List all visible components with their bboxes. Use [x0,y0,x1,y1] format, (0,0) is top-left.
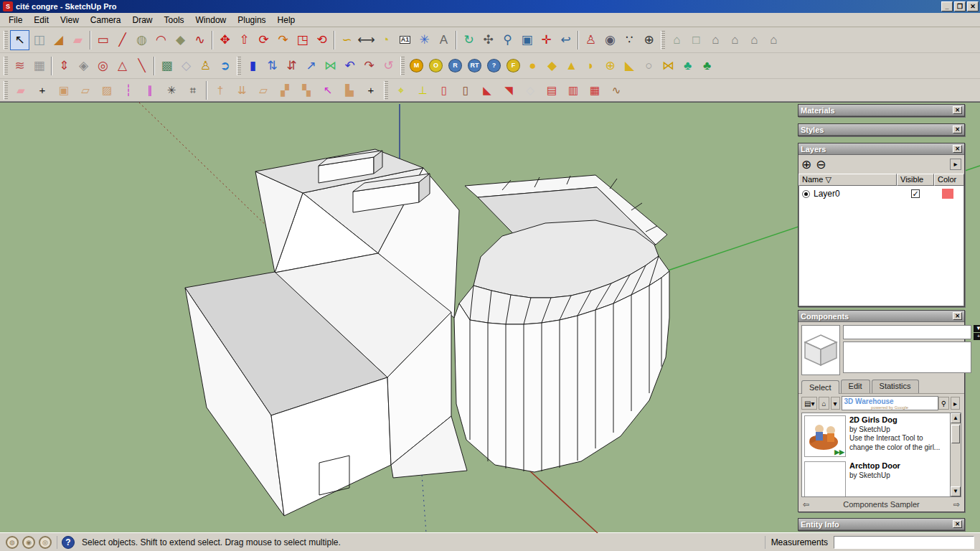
component-thumbnail[interactable]: ▶▶ [804,415,846,457]
pin-guide-icon[interactable]: † [209,81,231,100]
view-front-icon[interactable]: ⌂ [706,30,725,50]
toolbar-drag-handle[interactable] [661,31,665,50]
badge-o-tag-icon[interactable]: O [426,56,446,76]
sandbox-from-contours-icon[interactable]: ≋ [10,56,29,76]
toolbar-drag-handle[interactable] [384,81,388,100]
toggle-terrain-icon[interactable]: ◇ [176,56,196,76]
plugin-fold-protractor-icon[interactable]: ↺ [379,56,398,76]
scroll-down-icon[interactable]: ▼ [951,486,961,496]
push-pull-icon[interactable]: ⇧ [235,30,254,50]
wedge-right-icon[interactable]: ◥ [498,81,519,100]
toolbar-drag-handle[interactable] [237,57,241,75]
axes-icon[interactable]: ✳ [415,30,434,50]
menu-camera[interactable]: Camera [85,14,127,27]
component-name-field[interactable] [843,325,971,339]
component-list-item[interactable]: ▶▶2D Girls Dogby SketchUpUse the Interac… [802,413,950,459]
warehouse-search-input[interactable]: 3D Warehouse powered by Google [842,396,938,410]
add-layer-button[interactable]: ⊕ [801,159,811,171]
menu-plugins[interactable]: Plugins [232,14,271,27]
flip-edge-icon[interactable]: ╲ [132,56,151,76]
credits-status-icon[interactable]: ◉ [22,536,35,549]
scale-icon[interactable]: ◳ [293,30,312,50]
badge-r-icon[interactable]: R [446,56,465,76]
freehand-icon[interactable]: ∿ [190,30,209,50]
component-collapse-button[interactable]: ▼ [974,325,980,332]
badge-f-tag-icon[interactable]: F [504,56,523,76]
toolbar-drag-handle[interactable] [4,81,8,100]
get-current-view-icon[interactable]: ▩ [157,56,176,76]
scrollbar-thumb[interactable] [951,425,960,443]
layer-row[interactable]: Layer0✓ [799,186,963,202]
plugin-move-updown-icon[interactable]: ⇅ [263,56,282,76]
look-around-icon[interactable]: ◉ [600,30,620,50]
eraser-icon[interactable]: ▰ [68,30,88,50]
toolbar-drag-handle[interactable] [4,31,8,50]
menu-edit[interactable]: Edit [28,14,55,27]
layer-active-radio[interactable] [802,190,810,198]
guide-star-icon[interactable]: ✳ [161,81,182,100]
restore-button[interactable]: ❐ [954,1,966,11]
dome-cross-sphere-icon[interactable]: ⊕ [600,56,620,76]
pin-rows-icon[interactable]: ⇊ [231,81,253,100]
pin-vertical-icon[interactable]: ⌖ [390,81,412,100]
entity-info-title-bar[interactable]: Entity Info ✕ [798,519,964,530]
entity-info-close-icon[interactable]: ✕ [953,520,962,528]
components-close-icon[interactable]: ✕ [953,312,962,320]
view-left-icon[interactable]: ⌂ [764,30,783,50]
follow-me-icon[interactable]: ↷ [273,30,293,50]
door-panel-icon[interactable]: ▯ [455,81,476,100]
component-list-item[interactable]: Archtop Doorby SketchUp [802,459,950,496]
pull-box-icon[interactable]: ↖ [317,81,339,100]
minimize-button[interactable]: _ [941,1,953,11]
plugin-move-downup-icon[interactable]: ⇵ [282,56,301,76]
menu-draw[interactable]: Draw [127,14,159,27]
home-button[interactable]: ⌂ [819,397,829,410]
footer-next-icon[interactable]: ⇨ [953,500,960,509]
orbit-icon[interactable]: ↻ [459,30,479,50]
protractor-icon[interactable]: ◔ [376,30,395,50]
tab-statistics[interactable]: Statistics [872,380,919,393]
tree-folder-export-icon[interactable]: ♣ [697,56,717,76]
view-back-icon[interactable]: ⌂ [745,30,764,50]
menu-help[interactable]: Help [272,14,301,27]
close-button[interactable]: ✕ [967,1,979,11]
details-arrow-icon[interactable]: ▸ [951,397,960,410]
guide-plane-icon[interactable]: ▱ [75,81,96,100]
box-mid-red-icon[interactable]: ▥ [562,81,584,100]
styles-close-icon[interactable]: ✕ [953,126,962,133]
text-icon[interactable]: A1 [395,30,415,50]
ramp-icon[interactable]: ▚ [296,81,317,100]
plugin-bend-right-icon[interactable]: ↷ [359,56,379,76]
box-stack-red-icon[interactable]: ▦ [584,81,606,100]
plugin-panel-icon[interactable]: ▮ [243,56,263,76]
view-right-icon[interactable]: ⌂ [725,30,745,50]
rotate-icon[interactable]: ⟳ [254,30,273,50]
circle-icon[interactable]: ◍ [132,30,151,50]
materials-close-icon[interactable]: ✕ [953,106,962,114]
layers-column-name[interactable]: Name ▽ [798,174,897,186]
badge-m-icon[interactable]: M [407,56,426,76]
tree-folder-import-icon[interactable]: ♣ [678,56,697,76]
move-icon[interactable]: ✥ [215,30,235,50]
materials-title-bar[interactable]: Materials ✕ [798,105,964,116]
remove-layer-button[interactable]: ⊖ [816,159,826,171]
stamp-icon[interactable]: ◈ [74,56,93,76]
white-diamond-icon[interactable]: ◇ [519,81,541,100]
search-icon[interactable]: ⚲ [938,397,949,410]
stepped-boxes-icon[interactable]: ▙ [339,81,360,100]
pin-plane-icon[interactable]: ⊥ [412,81,433,100]
claim-status-icon[interactable]: ◎ [39,536,52,549]
zoom-extents-icon[interactable]: ✛ [537,30,556,50]
zoom-window-icon[interactable]: ▣ [517,30,537,50]
menu-view[interactable]: View [55,14,85,27]
sandbox-from-scratch-icon[interactable]: ▦ [29,56,49,76]
rectangle-icon[interactable]: ▭ [93,30,113,50]
component-add-button[interactable]: + [974,333,980,340]
add-construction-icon[interactable]: + [360,81,382,100]
measurements-input[interactable] [834,536,974,549]
badge-help-icon[interactable]: ? [484,56,504,76]
layer-visible-checkbox[interactable]: ✓ [911,189,920,198]
drawing-viewport[interactable]: Materials ✕ Styles ✕ Layers ✕ ⊕ ⊖ ▸ Name [0,102,980,532]
guide-spacing-icon[interactable]: ┆ [118,81,139,100]
view-options-button[interactable]: ▤▾ [801,397,817,410]
